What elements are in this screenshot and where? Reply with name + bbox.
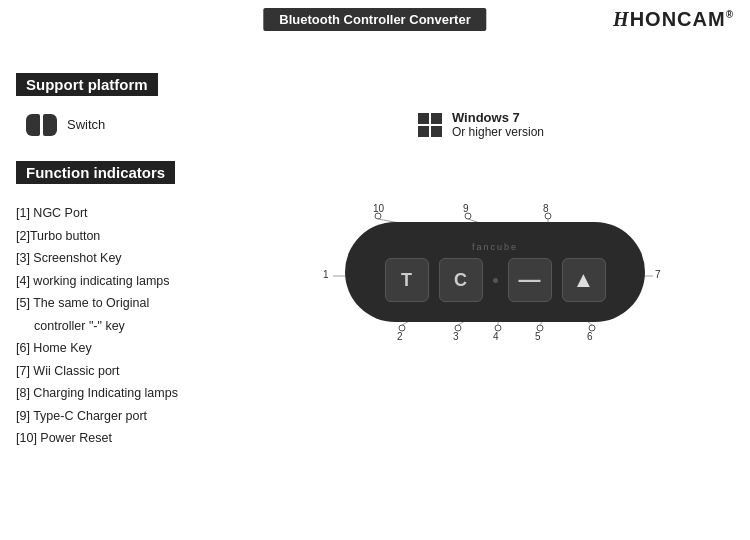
device-buttons-row: T C — ▲ — [385, 258, 606, 302]
switch-right-part — [43, 114, 57, 136]
svg-point-7 — [545, 213, 551, 219]
windows-icon — [418, 113, 442, 137]
brand-h: H — [613, 8, 630, 30]
list-item: [3] Screenshot Key — [16, 247, 256, 270]
svg-text:3: 3 — [453, 331, 459, 342]
svg-point-4 — [465, 213, 471, 219]
header-title: Bluetooth Controller Converter — [263, 8, 486, 31]
brand-logo: HHONCAM® — [613, 8, 734, 31]
svg-point-26 — [589, 325, 595, 331]
list-item: controller "-" key — [16, 315, 256, 338]
support-section-title: Support platform — [16, 73, 158, 96]
switch-left-part — [26, 114, 40, 136]
switch-label: Switch — [67, 117, 105, 132]
device-btn-c: C — [439, 258, 483, 302]
list-item: [8] Charging Indicating lamps — [16, 382, 256, 405]
windows-pane-3 — [418, 126, 429, 137]
svg-text:7: 7 — [655, 269, 661, 280]
brand-symbol: ® — [726, 9, 734, 20]
svg-point-14 — [399, 325, 405, 331]
device-btn-up: ▲ — [562, 258, 606, 302]
platform-windows: Windows 7 Or higher version — [418, 110, 544, 139]
svg-text:10: 10 — [373, 203, 385, 214]
list-item: [6] Home Key — [16, 337, 256, 360]
svg-text:2: 2 — [397, 331, 403, 342]
platform-row: Switch Windows 7 Or higher version — [16, 106, 734, 143]
brand-name: HONCAM — [630, 8, 726, 30]
windows-pane-1 — [418, 113, 429, 124]
device-btn-t: T — [385, 258, 429, 302]
device-body: fancube T C — ▲ — [345, 222, 645, 322]
svg-text:6: 6 — [587, 331, 593, 342]
windows-pane-2 — [431, 113, 442, 124]
svg-text:8: 8 — [543, 203, 549, 214]
function-content: [1] NGC Port [2]Turbo button [3] Screens… — [16, 202, 734, 450]
indicators-list: [1] NGC Port [2]Turbo button [3] Screens… — [16, 202, 256, 450]
windows-label: Windows 7 Or higher version — [452, 110, 544, 139]
list-item: [10] Power Reset — [16, 427, 256, 450]
device-brand-label: fancube — [472, 242, 518, 252]
header: Bluetooth Controller Converter HHONCAM® — [0, 0, 750, 31]
svg-point-1 — [375, 213, 381, 219]
platform-switch: Switch — [26, 114, 105, 136]
list-item: [5] The same to Original — [16, 292, 256, 315]
list-item: [1] NGC Port — [16, 202, 256, 225]
windows-version: Windows 7 — [452, 110, 544, 125]
svg-text:5: 5 — [535, 331, 541, 342]
function-section-title: Function indicators — [16, 161, 175, 184]
svg-text:1: 1 — [323, 269, 329, 280]
list-item: [7] Wii Classic port — [16, 360, 256, 383]
device-btn-dash: — — [508, 258, 552, 302]
device-dot — [493, 278, 498, 283]
svg-point-17 — [455, 325, 461, 331]
list-item: [4] working indicating lamps — [16, 270, 256, 293]
svg-point-23 — [537, 325, 543, 331]
list-item: [2]Turbo button — [16, 225, 256, 248]
windows-pane-4 — [431, 126, 442, 137]
switch-icon — [26, 114, 57, 136]
windows-version-note: Or higher version — [452, 125, 544, 139]
support-platform-section: Support platform Switch Windows 7 Or hig… — [16, 73, 734, 143]
list-item: [9] Type-C Charger port — [16, 405, 256, 428]
svg-text:9: 9 — [463, 203, 469, 214]
svg-point-20 — [495, 325, 501, 331]
function-indicators-section: Function indicators [1] NGC Port [2]Turb… — [16, 161, 734, 450]
device-outer: 10 9 8 1 7 — [315, 202, 675, 342]
device-diagram-area: 10 9 8 1 7 — [256, 202, 734, 342]
svg-text:4: 4 — [493, 331, 499, 342]
